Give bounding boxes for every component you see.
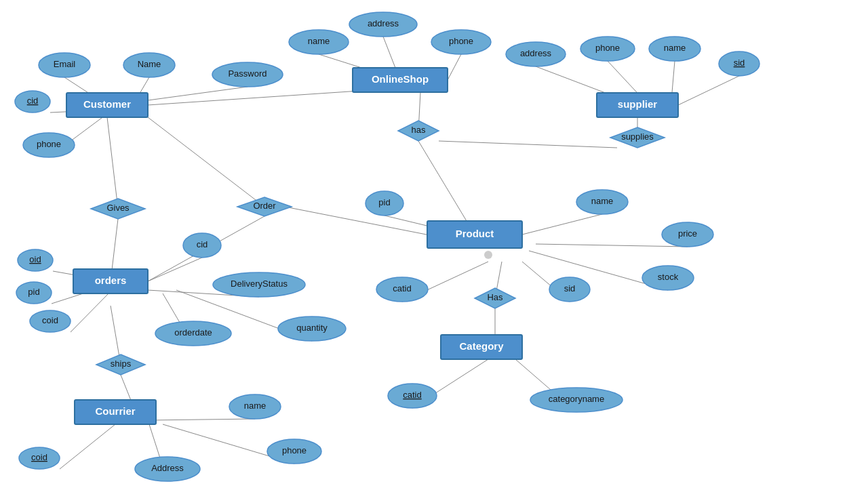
attr-oid-ord-label: oid bbox=[29, 254, 41, 264]
attr-coid-ord-label: coid bbox=[42, 315, 58, 325]
attr-name-prod-label: name bbox=[591, 196, 614, 206]
entity-courrier-label: Courrier bbox=[95, 405, 135, 417]
rel-gives-label: Gives bbox=[106, 203, 130, 213]
attr-orderdate-ord-label: orderdate bbox=[174, 327, 212, 338]
attr-sid-sup-label: sid bbox=[734, 58, 745, 68]
rel-order-label: Order bbox=[253, 201, 276, 211]
rel-has-top-label: has bbox=[412, 125, 426, 135]
attr-email-cust-label: Email bbox=[54, 59, 76, 69]
svg-line-15 bbox=[439, 141, 617, 148]
svg-line-23 bbox=[522, 214, 602, 235]
attr-name-sup-label: name bbox=[664, 43, 686, 53]
rel-ships-label: ships bbox=[111, 359, 132, 369]
entity-category-label: Category bbox=[459, 340, 504, 352]
attr-pid-ord-label: pid bbox=[28, 287, 39, 297]
attr-phone-sup-label: phone bbox=[595, 43, 620, 53]
attr-phone-cust-label: phone bbox=[37, 139, 61, 149]
svg-line-2 bbox=[448, 54, 461, 80]
attr-catname-cat-label: categoryname bbox=[549, 394, 604, 404]
attr-quantity-ord-label: quantity bbox=[296, 323, 328, 333]
svg-line-34 bbox=[71, 291, 111, 332]
attr-coid-cour-label: coid bbox=[31, 452, 47, 462]
attr-phone-cour-label: phone bbox=[282, 445, 307, 455]
attr-name-cust-label: Name bbox=[138, 59, 161, 69]
rel-has-cat-label: Has bbox=[487, 292, 503, 302]
entity-orders-label: orders bbox=[95, 274, 127, 286]
attr-delivstatus-ord-label: DeliveryStatus bbox=[231, 279, 288, 289]
rel-supplies-label: supplies bbox=[621, 131, 654, 142]
attr-name-top-label: name bbox=[308, 36, 330, 46]
svg-line-7 bbox=[148, 87, 248, 100]
attr-sid-prod-label: sid bbox=[564, 283, 576, 293]
attr-name-cour-label: name bbox=[244, 401, 267, 411]
attr-phone-top-label: phone bbox=[449, 36, 473, 46]
er-diagram: OnlineShop Customer supplier Product ord… bbox=[0, 0, 868, 488]
attr-cid-ord-label: cid bbox=[197, 239, 208, 249]
attr-price-prod-label: price bbox=[678, 228, 697, 239]
attr-cid-cust-label: cid bbox=[27, 96, 39, 106]
entity-supplier-label: supplier bbox=[618, 98, 658, 110]
svg-line-42 bbox=[149, 419, 255, 420]
entity-product-label: Product bbox=[456, 228, 494, 239]
svg-line-41 bbox=[60, 424, 115, 469]
cursor bbox=[484, 251, 492, 259]
svg-line-19 bbox=[148, 117, 264, 207]
entity-customer-label: Customer bbox=[83, 98, 131, 110]
entity-onlineshop-label: OnlineShop bbox=[372, 73, 429, 85]
svg-line-13 bbox=[678, 76, 739, 105]
attr-catid-prod-label: catid bbox=[393, 283, 411, 293]
svg-line-17 bbox=[107, 117, 118, 209]
attr-stock-prod-label: stock bbox=[658, 272, 679, 282]
attr-catid-cat-label: catid bbox=[403, 390, 421, 400]
svg-line-35 bbox=[148, 258, 202, 281]
attr-addr-cour-label: Address bbox=[151, 463, 184, 473]
attr-addr-sup-label: address bbox=[520, 48, 552, 58]
attr-password-cust-label: Password bbox=[228, 68, 267, 79]
svg-line-24 bbox=[536, 244, 688, 247]
attr-address-top-label: address bbox=[368, 18, 399, 28]
attr-pid-prod-label: pid bbox=[378, 197, 390, 207]
